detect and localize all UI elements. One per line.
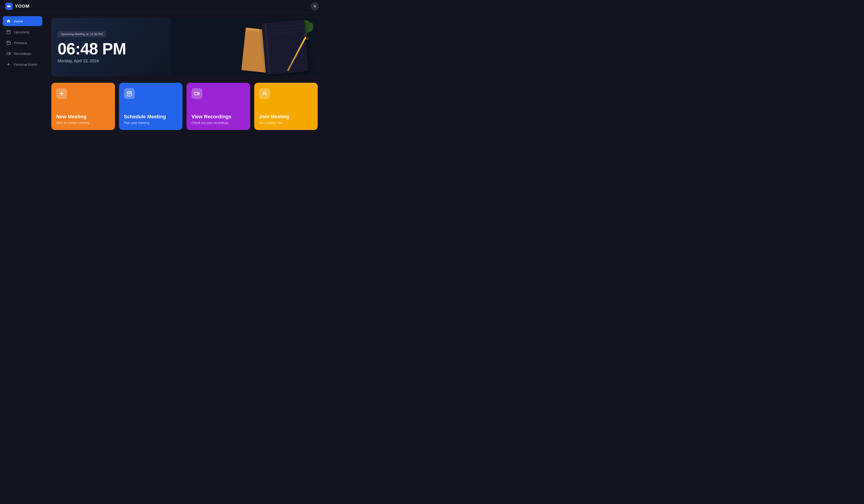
sidebar-item-personal-room[interactable]: Personal Room [3,59,42,69]
sidebar-item-home-label: Home [14,19,23,23]
clock-icon [6,40,11,45]
notebook-decoration [262,20,309,75]
view-recordings-icon-wrapper [191,88,202,99]
new-meeting-card-bottom: New Meeting Start an instant meeting [56,114,110,125]
home-icon [6,19,11,23]
join-meeting-card-bottom: Join Meeting Via invitation link [259,114,313,125]
schedule-meeting-icon-wrapper [124,88,135,99]
gradient-overlay [171,18,244,76]
app-layout: Home Upcoming Previous [0,13,324,504]
yoom-icon-svg [7,4,11,9]
svg-rect-5 [7,41,10,45]
video-icon [6,51,11,56]
join-meeting-title: Join Meeting [259,114,313,120]
schedule-meeting-title: Schedule Meeting [124,114,178,120]
action-cards: New Meeting Start an instant meeting [51,83,318,130]
view-recordings-card[interactable]: View Recordings Check out your recording… [187,83,250,130]
calendar-check-icon [127,91,132,97]
join-meeting-card[interactable]: Join Meeting Via invitation link [254,83,318,130]
upcoming-badge: Upcoming Meeting at: 12:30 PM [58,31,106,37]
calendar-icon [6,30,11,34]
hero-time: 06:48 PM [58,41,126,57]
view-recordings-title: View Recordings [191,114,245,120]
hero-banner: Upcoming Meeting at: 12:30 PM 06:48 PM M… [51,18,318,76]
video-camera-icon [194,91,200,97]
logo-icon [5,3,13,10]
new-meeting-card[interactable]: New Meeting Start an instant meeting [51,83,115,130]
view-recordings-subtitle: Check out your recordings [191,121,245,125]
sidebar-personal-room-label: Personal Room [14,62,37,66]
svg-rect-9 [7,53,10,54]
schedule-meeting-card-bottom: Schedule Meeting Plan your meeting [124,114,178,125]
plus-icon [59,91,64,97]
svg-point-19 [263,91,265,94]
view-recordings-card-bottom: View Recordings Check out your recording… [191,114,245,125]
new-meeting-icon-wrapper [56,88,67,99]
plus-icon [6,62,11,66]
svg-rect-18 [194,93,198,95]
join-meeting-subtitle: Via invitation link [259,121,313,125]
top-header: YOOM N [0,0,324,13]
user-avatar[interactable]: N [311,2,319,10]
sidebar-item-upcoming-label: Upcoming [14,30,29,34]
sidebar-item-recordings-label: Recordings [14,52,31,56]
sidebar-item-upcoming[interactable]: Upcoming [3,27,42,37]
schedule-meeting-card[interactable]: Schedule Meeting Plan your meeting [119,83,183,130]
sidebar-item-home[interactable]: Home [3,16,42,26]
person-icon [262,91,267,97]
hero-content: Upcoming Meeting at: 12:30 PM 06:48 PM M… [58,18,126,76]
svg-rect-0 [8,5,10,7]
join-meeting-icon-wrapper [259,88,270,99]
sidebar-item-recordings[interactable]: Recordings [3,49,42,59]
sidebar: Home Upcoming Previous [0,13,45,504]
main-content: Upcoming Meeting at: 12:30 PM 06:48 PM M… [45,13,324,504]
new-meeting-subtitle: Start an instant meeting [56,121,110,125]
logo-area: YOOM [5,3,29,10]
desk-decoration [171,18,318,76]
new-meeting-title: New Meeting [56,114,110,120]
sidebar-item-previous-label: Previous [14,41,27,45]
svg-rect-1 [7,30,10,34]
hero-date: Monday, April 15, 2024 [58,59,126,63]
schedule-meeting-subtitle: Plan your meeting [124,121,178,125]
sidebar-item-previous[interactable]: Previous [3,38,42,48]
logo-text: YOOM [15,4,29,9]
